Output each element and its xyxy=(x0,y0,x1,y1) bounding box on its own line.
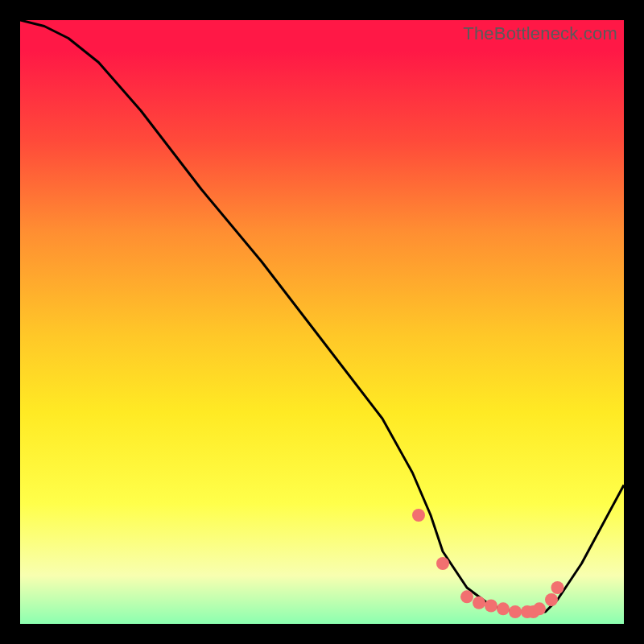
marker-point xyxy=(497,602,510,615)
marker-point xyxy=(545,593,558,606)
watermark-text: TheBottleneck.com xyxy=(463,23,617,44)
marker-point xyxy=(551,581,564,594)
marker-point xyxy=(509,605,522,618)
chart-frame: TheBottleneck.com xyxy=(0,0,644,644)
marker-point xyxy=(460,590,473,603)
marker-point xyxy=(485,600,497,613)
marker-point xyxy=(473,597,485,609)
marker-point xyxy=(412,509,425,522)
plot-area: TheBottleneck.com xyxy=(20,20,624,624)
marker-point xyxy=(436,557,449,570)
bottleneck-curve xyxy=(20,20,624,612)
marker-point xyxy=(533,602,546,615)
chart-svg xyxy=(20,20,624,624)
